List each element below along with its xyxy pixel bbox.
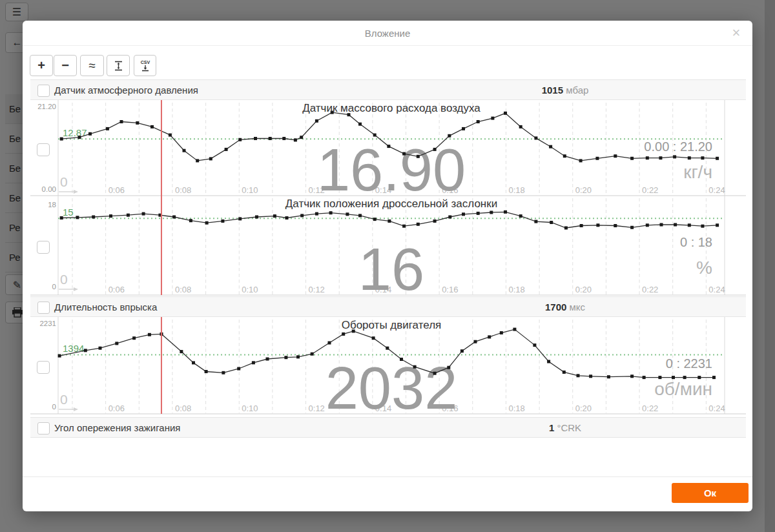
y-max-label: 21.20 — [37, 103, 56, 110]
x-tick-label: 0:06 — [108, 185, 125, 195]
unit-label: % — [696, 258, 712, 278]
x-tick-label: 0:20 — [575, 185, 592, 195]
x-tick-label: 0:10 — [242, 185, 258, 195]
y-max-label: 18 — [48, 201, 56, 209]
unit-label: кг/ч — [683, 162, 712, 182]
current-value-big: 16.90 — [317, 137, 466, 203]
chart-checkbox-tps[interactable] — [37, 241, 50, 254]
range-label: 0 : 18 — [680, 235, 712, 249]
chart-checkbox-maf[interactable] — [37, 143, 50, 156]
current-value-big: 2032 — [326, 355, 458, 421]
chart-title: Датчик положения дроссельной заслонки — [285, 198, 497, 210]
x-tick-label: 0:06 — [108, 285, 125, 294]
x-tick-label: 0:10 — [242, 285, 258, 294]
x-tick-label: 0:12 — [309, 285, 325, 294]
x-tick-label: 0:10 — [242, 404, 258, 413]
origin-label: 0 — [60, 392, 68, 407]
range-label: 0 : 2231 — [666, 356, 712, 371]
x-tick-label: 0:08 — [175, 285, 191, 294]
x-tick-label: 0:06 — [108, 404, 125, 413]
chart-title: Датчик массового расхода воздуха — [302, 102, 480, 114]
y-max-label: 2231 — [39, 320, 56, 327]
x-tick-label: 0:08 — [175, 404, 191, 413]
chart-checkbox-rpm[interactable] — [37, 361, 50, 374]
x-tick-label: 0:18 — [508, 285, 524, 294]
unit-label: об/мин — [654, 379, 712, 399]
x-tick-label: 0:08 — [175, 185, 191, 195]
x-tick-label: 0:12 — [309, 404, 325, 413]
current-value-big: 16 — [358, 236, 424, 302]
x-tick-label: 0:24 — [708, 185, 725, 195]
x-tick-label: 0:24 — [708, 285, 725, 294]
chart-1[interactable]: 0:060:080:100:120:140:160:180:200:220:24… — [30, 196, 746, 302]
x-tick-label: 0:22 — [642, 404, 658, 413]
y-min-label: 0 — [52, 403, 56, 411]
x-tick-label: 0:18 — [508, 404, 524, 413]
x-tick-label: 0:18 — [508, 185, 524, 195]
average-value-label: 12.87 — [63, 127, 87, 138]
x-tick-label: 0:20 — [575, 285, 592, 294]
page-scrollbar[interactable] — [765, 0, 775, 532]
y-min-label: 0 — [52, 283, 56, 291]
x-tick-label: 0:16 — [442, 285, 458, 294]
charts-canvas[interactable]: 0:060:080:100:120:140:160:180:200:220:24… — [23, 21, 752, 511]
origin-label: 0 — [60, 174, 68, 189]
screen: ☰ ← Бе Бе Бе Бе Ре Ре ✎ Вложение — [0, 0, 775, 532]
x-tick-label: 0:24 — [708, 404, 725, 413]
range-label: 0.00 : 21.20 — [644, 139, 712, 154]
x-tick-label: 0:22 — [642, 185, 658, 195]
chart-2[interactable]: 0:060:080:100:120:140:160:180:200:220:24… — [30, 317, 746, 421]
chart-title: Обороты двигателя — [342, 319, 442, 331]
x-tick-label: 0:22 — [642, 285, 658, 294]
average-value-label: 15 — [63, 207, 74, 218]
attachment-dialog: Вложение × + − ≈ CSV — [23, 21, 752, 511]
average-value-label: 1394 — [63, 343, 84, 354]
x-tick-label: 0:20 — [575, 404, 592, 413]
chart-0[interactable]: 0:060:080:100:120:140:160:180:200:220:24… — [30, 100, 746, 203]
origin-label: 0 — [60, 272, 68, 287]
y-min-label: 0.00 — [42, 185, 56, 193]
